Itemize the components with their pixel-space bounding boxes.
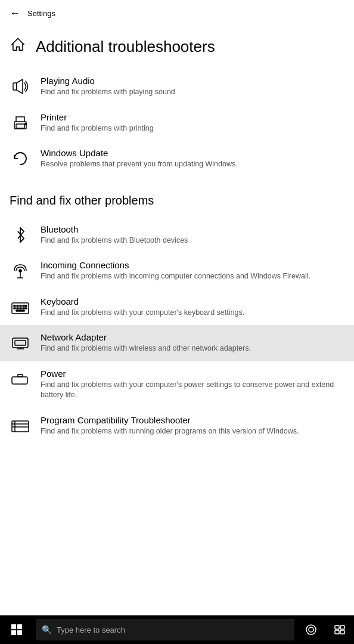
network-adapter-title: Network Adapter [41,332,344,342]
keyboard-desc: Find and fix problems with your computer… [41,308,344,318]
playing-audio-desc: Find and fix problems with playing sound [41,87,344,98]
incoming-connections-desc: Find and fix problems with incoming comp… [41,271,344,282]
svg-point-35 [309,627,313,632]
printer-icon [10,112,31,134]
svg-rect-30 [11,624,16,629]
svg-rect-15 [17,308,18,309]
section-heading: Find and fix other problems [0,177,354,217]
svg-rect-39 [340,630,344,634]
svg-rect-19 [16,310,24,311]
svg-marker-1 [17,79,23,94]
program-compatibility-text: Program Compatibility TroubleshooterFind… [41,415,344,437]
keyboard-title: Keyboard [41,296,344,306]
svg-point-34 [306,625,316,634]
top-items-list: Playing AudioFind and fix problems with … [0,69,354,177]
svg-rect-12 [23,305,24,306]
power-title: Power [41,369,344,379]
svg-rect-26 [12,421,29,432]
home-icon [10,36,26,57]
svg-rect-0 [13,83,17,90]
svg-rect-37 [340,626,344,629]
incoming-connections-title: Incoming Connections [41,260,344,270]
windows-update-icon [10,148,31,169]
network-adapter-text: Network AdapterFind and fix problems wit… [41,332,344,354]
incoming-connections-icon [10,260,31,281]
network-adapter-icon [10,332,31,354]
network-adapter-desc: Find and fix problems with wireless and … [41,343,344,354]
page-title-section: Additional troubleshooters [0,27,354,69]
svg-rect-14 [14,308,15,309]
printer-title: Printer [41,112,344,122]
svg-rect-33 [17,630,22,635]
svg-rect-11 [20,305,21,306]
windows-update-desc: Resolve problems that prevent you from u… [41,159,344,170]
back-button[interactable]: ← [10,7,20,20]
task-view-button[interactable] [325,615,354,644]
svg-rect-36 [335,626,339,629]
taskbar: 🔍 Type here to search [0,615,354,644]
svg-rect-17 [23,308,24,309]
svg-rect-18 [25,308,27,309]
svg-rect-31 [17,624,22,629]
item-row-bluetooth[interactable]: BluetoothFind and fix problems with Blue… [0,217,354,253]
item-row-keyboard[interactable]: KeyboardFind and fix problems with your … [0,289,354,326]
page-title: Additional troubleshooters [36,38,215,56]
start-button[interactable] [0,615,33,644]
program-compatibility-desc: Find and fix problems with running older… [41,426,344,437]
svg-rect-16 [20,308,21,309]
search-placeholder-text: Type here to search [57,626,125,634]
search-icon: 🔍 [42,625,52,634]
program-compatibility-title: Program Compatibility Troubleshooter [41,415,344,425]
taskbar-search-box[interactable]: 🔍 Type here to search [36,619,294,640]
top-bar: ← Settings [0,0,354,27]
printer-text: PrinterFind and fix problems with printi… [41,112,344,134]
svg-rect-25 [18,374,23,377]
item-row-windows-update[interactable]: Windows UpdateResolve problems that prev… [0,141,354,177]
keyboard-text: KeyboardFind and fix problems with your … [41,296,344,318]
keyboard-icon [10,296,31,318]
svg-rect-32 [11,630,16,635]
item-row-playing-audio[interactable]: Playing AudioFind and fix problems with … [0,69,354,105]
item-row-incoming-connections[interactable]: Incoming ConnectionsFind and fix problem… [0,253,354,289]
windows-update-text: Windows UpdateResolve problems that prev… [41,148,344,170]
taskbar-right-buttons [297,615,354,644]
item-row-printer[interactable]: PrinterFind and fix problems with printi… [0,105,354,141]
playing-audio-icon [10,76,31,97]
cortana-button[interactable] [297,615,325,644]
svg-rect-38 [335,630,339,634]
svg-rect-21 [15,340,26,345]
playing-audio-title: Playing Audio [41,76,344,86]
power-text: PowerFind and fix problems with your com… [41,369,344,401]
top-bar-title: Settings [27,9,55,18]
svg-point-4 [25,123,27,125]
playing-audio-text: Playing AudioFind and fix problems with … [41,76,344,98]
svg-rect-9 [14,305,15,306]
other-items-list: BluetoothFind and fix problems with Blue… [0,217,354,444]
svg-rect-13 [25,305,27,306]
windows-update-title: Windows Update [41,148,344,158]
bluetooth-title: Bluetooth [41,224,344,234]
svg-rect-3 [16,124,24,128]
printer-desc: Find and fix problems with printing [41,123,344,134]
bluetooth-desc: Find and fix problems with Bluetooth dev… [41,236,344,246]
item-row-network-adapter[interactable]: Network AdapterFind and fix problems wit… [0,325,354,361]
item-row-program-compatibility[interactable]: Program Compatibility TroubleshooterFind… [0,408,354,444]
power-icon [10,369,31,390]
svg-rect-24 [12,377,27,384]
svg-rect-10 [17,305,18,306]
incoming-connections-text: Incoming ConnectionsFind and fix problem… [41,260,344,282]
svg-point-5 [19,270,21,272]
item-row-power[interactable]: PowerFind and fix problems with your com… [0,361,354,408]
bluetooth-icon [10,224,31,246]
power-desc: Find and fix problems with your computer… [41,380,344,401]
program-compatibility-icon [10,415,31,436]
bluetooth-text: BluetoothFind and fix problems with Blue… [41,224,344,246]
